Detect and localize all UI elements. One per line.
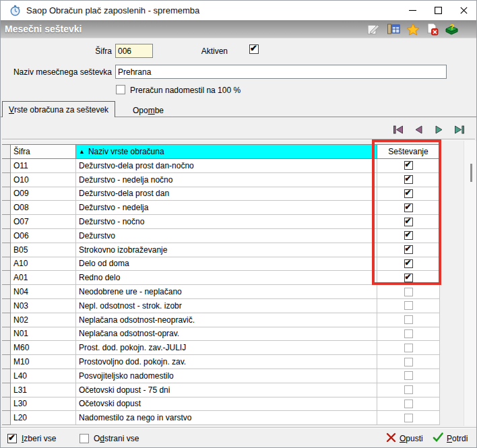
table-row[interactable]: O07 Dežurstvo - nočno xyxy=(2,215,440,229)
row-sestevanje-checkbox[interactable] xyxy=(404,371,413,380)
saop-dialog-window: { "window": { "title": "Saop Obračun pla… xyxy=(0,0,477,448)
row-selector[interactable] xyxy=(2,159,11,173)
table-row[interactable]: O10 Dežurstvo - nedelja nočno xyxy=(2,173,440,187)
row-sestevanje-checkbox[interactable] xyxy=(404,203,413,212)
cancel-button[interactable]: Opusti xyxy=(386,433,423,445)
table-row[interactable]: M60 Prost. dod. pokojn. zav.-JULIJ xyxy=(2,341,440,355)
page-title: Mesečni seštevki xyxy=(5,24,82,34)
first-record-button[interactable] xyxy=(391,124,405,135)
column-header-sifra[interactable]: Šifra xyxy=(11,145,76,158)
table-row[interactable]: N01 Neplačana odsotnost-oprav. xyxy=(2,327,440,342)
last-record-button[interactable] xyxy=(452,124,466,135)
row-selector[interactable] xyxy=(2,271,11,285)
row-sestevanje-checkbox[interactable] xyxy=(404,189,413,198)
row-sestevanje-checkbox[interactable] xyxy=(404,414,413,422)
svg-text:?: ? xyxy=(450,23,455,31)
tab-opombe[interactable]: Opombe xyxy=(127,103,170,117)
confirm-button[interactable]: Potrdi xyxy=(433,433,468,444)
table-row[interactable]: O06 Dežurstvo xyxy=(2,229,440,243)
remove-all-checkbox[interactable] xyxy=(80,434,89,443)
row-code: N01 xyxy=(11,327,76,342)
table-row[interactable]: O08 Dežurstvo - nedelja xyxy=(2,201,440,215)
row-sestevanje-checkbox[interactable] xyxy=(404,288,413,296)
row-name: Dežurstvo - nočno xyxy=(76,215,377,229)
row-sestevanje-checkbox[interactable] xyxy=(404,344,413,352)
preracun-checkbox[interactable] xyxy=(116,85,125,94)
row-code: A10 xyxy=(11,257,76,271)
row-name: Dežurstvo-dela prost dan xyxy=(76,187,377,201)
row-sestevanje-checkbox[interactable] xyxy=(404,231,413,240)
row-selector[interactable] xyxy=(2,299,11,313)
aktiven-checkbox[interactable] xyxy=(249,44,259,54)
column-header-naziv[interactable]: ▲Naziv vrste obračuna xyxy=(76,145,377,158)
aktiven-label: Aktiven xyxy=(162,46,228,57)
table-row[interactable]: O09 Dežurstvo-dela prost dan xyxy=(2,187,440,201)
next-record-button[interactable] xyxy=(432,124,445,135)
row-selector[interactable] xyxy=(2,257,11,271)
row-selector[interactable] xyxy=(2,313,11,327)
row-selector[interactable] xyxy=(2,355,11,369)
delete-record-icon[interactable] xyxy=(425,23,439,36)
row-sestevanje-checkbox[interactable] xyxy=(404,175,413,184)
tab-vrste-obracuna[interactable]: Vrste obračuna za seštevek xyxy=(2,101,115,117)
row-name: Prost. dod. pokojn. zav.-JULIJ xyxy=(76,341,377,355)
row-selector[interactable] xyxy=(2,341,11,355)
row-sestevanje-checkbox[interactable] xyxy=(404,274,413,282)
row-selector[interactable] xyxy=(2,397,11,412)
minimize-button[interactable] xyxy=(400,1,425,20)
select-all-checkbox[interactable] xyxy=(7,434,17,443)
table-row[interactable]: A01 Redno delo xyxy=(2,271,440,285)
table-row[interactable]: N03 Nepl. odsotnost - strok. izobr xyxy=(2,299,440,313)
row-name: Dežurstvo - nedelja xyxy=(76,201,377,215)
sifra-input[interactable] xyxy=(115,44,153,58)
favorite-star-icon[interactable] xyxy=(406,23,420,36)
row-sestevanje-checkbox[interactable] xyxy=(404,245,413,254)
row-code: M60 xyxy=(11,341,76,355)
edit-note-icon[interactable] xyxy=(367,23,381,36)
table-row[interactable]: L31 Očetovski dopust - 75 dni xyxy=(2,383,440,397)
row-sestevanje-checkbox[interactable] xyxy=(404,301,413,310)
row-selector[interactable] xyxy=(2,187,11,201)
column-settings-icon[interactable] xyxy=(386,23,400,36)
row-code: O10 xyxy=(11,173,76,187)
table-row[interactable]: A10 Delo od doma xyxy=(2,257,440,271)
naziv-input[interactable] xyxy=(115,65,447,79)
sort-ascending-icon: ▲ xyxy=(79,149,85,155)
row-sestevanje-checkbox[interactable] xyxy=(404,385,413,394)
help-book-icon[interactable]: ? xyxy=(445,23,459,36)
vertical-scrollbar[interactable] xyxy=(464,141,477,426)
row-selector[interactable] xyxy=(2,201,11,215)
row-selector[interactable] xyxy=(2,383,11,397)
table-row[interactable]: M10 Prostovoljno dod. pokojn. zav. xyxy=(2,355,440,369)
row-selector[interactable] xyxy=(2,411,11,425)
table-row[interactable]: B05 Strokovno izobraževanje xyxy=(2,243,440,257)
row-sestevanje-checkbox[interactable] xyxy=(404,218,413,226)
scrollbar-thumb[interactable] xyxy=(470,164,472,182)
row-sestevanje-checkbox[interactable] xyxy=(404,358,413,366)
row-selector[interactable] xyxy=(2,369,11,383)
table-row[interactable]: L20 Nadomestilo za nego in varstvo xyxy=(2,411,440,425)
footer-bar: Izberi vse Odstrani vse Opusti Potrdi xyxy=(1,427,476,448)
row-selector[interactable] xyxy=(2,243,11,257)
row-sestevanje-checkbox[interactable] xyxy=(404,161,413,170)
row-selector[interactable] xyxy=(2,173,11,187)
row-sestevanje-checkbox[interactable] xyxy=(404,315,413,324)
row-sestevanje-checkbox[interactable] xyxy=(404,329,413,338)
maximize-button[interactable] xyxy=(425,1,451,20)
table-row[interactable]: N02 Neplačana odsotnost-neopravič. xyxy=(2,313,440,327)
close-button[interactable] xyxy=(451,1,476,20)
row-sestevanje-checkbox[interactable] xyxy=(404,259,413,268)
row-selector[interactable] xyxy=(2,229,11,243)
table-row[interactable]: L40 Posvojiteljsko nadomestilo xyxy=(2,369,440,383)
previous-record-button[interactable] xyxy=(412,124,425,135)
table-row[interactable]: L30 Očetovski dopust xyxy=(2,397,440,412)
column-header-sestevanje[interactable]: Seštevanje xyxy=(377,145,440,158)
row-selector[interactable] xyxy=(2,327,11,342)
row-selector[interactable] xyxy=(2,285,11,299)
row-selector[interactable] xyxy=(2,215,11,229)
table-row[interactable]: O11 Dežurstvo-dela prost dan-nočno xyxy=(2,159,440,173)
naziv-label: Naziv mesečnega seštevka xyxy=(1,67,112,77)
row-sestevanje-checkbox[interactable] xyxy=(404,399,413,408)
row-name: Prostovoljno dod. pokojn. zav. xyxy=(76,355,377,369)
table-row[interactable]: N04 Neodobrene ure - neplačano xyxy=(2,285,440,299)
